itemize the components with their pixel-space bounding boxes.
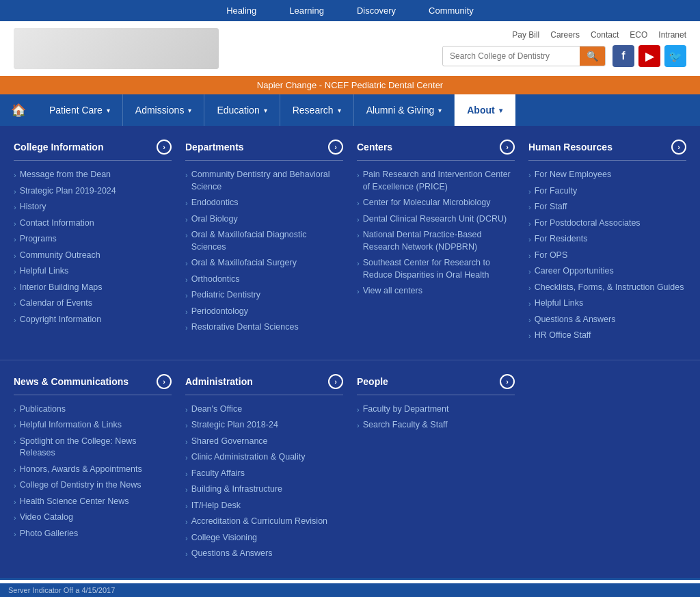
menu-link-2-4[interactable]: ›Southeast Center for Research to Reduce… xyxy=(357,257,515,281)
section-expand-icon-2[interactable]: › xyxy=(500,140,515,155)
promo-banner[interactable]: Napier Change - NCEF Pediatric Dental Ce… xyxy=(0,76,700,94)
menu-section-list-2: ›Faculty by Department›Search Faculty & … xyxy=(357,403,515,432)
menu-link-2-1[interactable]: ›Center for Molecular Microbiology xyxy=(357,197,515,209)
menu-link-0-0[interactable]: ›Publications xyxy=(14,403,172,416)
menu-link-0-6[interactable]: ›Helpful Links xyxy=(14,265,172,278)
chevron-icon: › xyxy=(185,275,188,285)
menu-link-2-3[interactable]: ›National Dental Practice-Based Research… xyxy=(357,229,515,253)
menu-link-1-1[interactable]: ›Endodontics xyxy=(185,197,343,209)
menu-link-0-4[interactable]: ›College of Dentistry in the News xyxy=(14,479,172,492)
search-button[interactable]: 🔍 xyxy=(580,47,605,66)
twitter-icon[interactable]: 🐦 xyxy=(664,45,686,67)
menu-link-3-9[interactable]: ›Questions & Answers xyxy=(528,314,686,326)
menu-link-1-7[interactable]: ›Periodontology xyxy=(185,306,343,318)
nav-research[interactable]: Research ▾ xyxy=(280,94,354,126)
section-expand-icon-1[interactable]: › xyxy=(328,374,343,389)
home-button[interactable]: 🏠 xyxy=(0,94,37,126)
menu-link-1-3[interactable]: ›Clinic Administration & Quality xyxy=(185,451,343,464)
menu-link-0-0[interactable]: ›Message from the Dean xyxy=(14,169,172,181)
menu-link-1-2[interactable]: ›Oral Biology xyxy=(185,213,343,226)
menu-section-3 xyxy=(528,374,686,564)
menu-link-0-3[interactable]: ›Contact Information xyxy=(14,217,172,230)
nav-alumni-giving[interactable]: Alumni & Giving ▾ xyxy=(354,94,455,126)
top-nav-healing[interactable]: Healing xyxy=(210,0,273,21)
menu-link-2-5[interactable]: ›View all centers xyxy=(357,285,515,297)
menu-link-1-5[interactable]: ›Building & Infrastructure xyxy=(185,483,343,496)
top-nav-discovery[interactable]: Discovery xyxy=(340,0,412,21)
chevron-icon: › xyxy=(14,170,16,181)
section-expand-icon-0[interactable]: › xyxy=(157,140,172,155)
nav-patient-care[interactable]: Patient Care ▾ xyxy=(37,94,123,126)
list-item: ›Dental Clinical Research Unit (DCRU) xyxy=(357,213,515,226)
menu-link-0-8[interactable]: ›Calendar of Events xyxy=(14,297,172,310)
menu-link-2-1[interactable]: ›Search Faculty & Staff xyxy=(357,419,515,432)
menu-link-1-2[interactable]: ›Shared Governance xyxy=(185,436,343,448)
menu-link-0-1[interactable]: ›Helpful Information & Links xyxy=(14,419,172,432)
menu-link-1-9[interactable]: ›Questions & Answers xyxy=(185,548,343,560)
utility-link-contact[interactable]: Contact xyxy=(591,30,619,40)
section-expand-icon-1[interactable]: › xyxy=(328,140,343,155)
section-expand-icon-2[interactable]: › xyxy=(500,374,515,389)
list-item: ›Oral Biology xyxy=(185,213,343,226)
menu-link-3-7[interactable]: ›Checklists, Forms, & Instruction Guides xyxy=(528,282,686,294)
nav-admissions[interactable]: Admissions ▾ xyxy=(123,94,205,126)
chevron-icon: › xyxy=(185,437,188,447)
utility-link-intranet[interactable]: Intranet xyxy=(658,30,686,40)
chevron-icon: › xyxy=(528,267,531,277)
menu-link-1-4[interactable]: ›Faculty Affairs xyxy=(185,468,343,480)
list-item: ›For OPS xyxy=(528,250,686,262)
utility-link-eco[interactable]: ECO xyxy=(630,30,647,40)
menu-link-3-2[interactable]: ›For Staff xyxy=(528,201,686,213)
section-expand-icon-3[interactable]: › xyxy=(671,140,686,155)
chevron-icon: › xyxy=(528,331,531,341)
menu-link-1-6[interactable]: ›Pediatric Dentistry xyxy=(185,289,343,302)
list-item: ›College of Dentistry in the News xyxy=(14,479,172,492)
menu-link-1-0[interactable]: ›Community Dentistry and Behavioral Scie… xyxy=(185,169,343,193)
top-nav-community[interactable]: Community xyxy=(412,0,490,21)
menu-link-3-1[interactable]: ›For Faculty xyxy=(528,185,686,198)
menu-link-3-6[interactable]: ›Career Opportunities xyxy=(528,265,686,278)
menu-link-0-4[interactable]: ›Programs xyxy=(14,233,172,246)
menu-link-0-5[interactable]: ›Community Outreach xyxy=(14,250,172,262)
menu-link-0-7[interactable]: ›Interior Building Maps xyxy=(14,282,172,294)
menu-link-1-3[interactable]: ›Oral & Maxillofacial Diagnostic Science… xyxy=(185,229,343,253)
menu-link-2-0[interactable]: ›Faculty by Department xyxy=(357,403,515,416)
menu-link-0-3[interactable]: ›Honors, Awards & Appointments xyxy=(14,464,172,476)
list-item: ›College Visioning xyxy=(185,532,343,544)
menu-link-0-6[interactable]: ›Video Catalog xyxy=(14,512,172,524)
menu-link-2-0[interactable]: ›Pain Research and Intervention Center o… xyxy=(357,169,515,193)
nav-education[interactable]: Education ▾ xyxy=(204,94,280,126)
menu-link-0-2[interactable]: ›History xyxy=(14,201,172,213)
menu-link-1-8[interactable]: ›College Visioning xyxy=(185,532,343,544)
menu-link-1-4[interactable]: ›Oral & Maxillofacial Surgery xyxy=(185,257,343,269)
menu-link-0-2[interactable]: ›Spotlight on the College: News Releases xyxy=(14,436,172,460)
utility-link-careers[interactable]: Careers xyxy=(550,30,580,40)
nav-about[interactable]: About ▾ xyxy=(455,94,515,126)
section-expand-icon-0[interactable]: › xyxy=(157,374,172,389)
menu-link-3-8[interactable]: ›Helpful Links xyxy=(528,297,686,310)
menu-link-0-9[interactable]: ›Copyright Information xyxy=(14,314,172,326)
menu-link-1-5[interactable]: ›Orthodontics xyxy=(185,274,343,286)
list-item: ›Faculty by Department xyxy=(357,403,515,416)
menu-link-0-7[interactable]: ›Photo Galleries xyxy=(14,528,172,540)
utility-link-pay-bill[interactable]: Pay Bill xyxy=(512,30,539,40)
menu-link-3-0[interactable]: ›For New Employees xyxy=(528,169,686,181)
top-nav-learning[interactable]: Learning xyxy=(273,0,340,21)
menu-link-1-7[interactable]: ›Accreditation & Curriculum Revision xyxy=(185,516,343,528)
menu-link-1-6[interactable]: ›IT/Help Desk xyxy=(185,500,343,512)
menu-link-0-5[interactable]: ›Health Science Center News xyxy=(14,496,172,508)
search-input[interactable] xyxy=(443,47,580,65)
menu-link-1-1[interactable]: ›Strategic Plan 2018-24 xyxy=(185,419,343,432)
menu-link-1-8[interactable]: ›Restorative Dental Sciences xyxy=(185,321,343,334)
menu-link-1-0[interactable]: ›Dean's Office xyxy=(185,403,343,416)
menu-link-3-10[interactable]: ›HR Office Staff xyxy=(528,330,686,342)
menu-link-0-1[interactable]: ›Strategic Plan 2019-2024 xyxy=(14,185,172,198)
menu-link-3-3[interactable]: ›For Postdoctoral Associates xyxy=(528,217,686,230)
youtube-icon[interactable]: ▶ xyxy=(638,45,660,67)
menu-link-3-4[interactable]: ›For Residents xyxy=(528,233,686,246)
menu-link-3-5[interactable]: ›For OPS xyxy=(528,250,686,262)
facebook-icon[interactable]: f xyxy=(612,45,634,67)
menu-section-0: News & Communications››Publications›Help… xyxy=(14,374,172,564)
menu-link-2-2[interactable]: ›Dental Clinical Research Unit (DCRU) xyxy=(357,213,515,226)
list-item: ›Faculty Affairs xyxy=(185,468,343,480)
